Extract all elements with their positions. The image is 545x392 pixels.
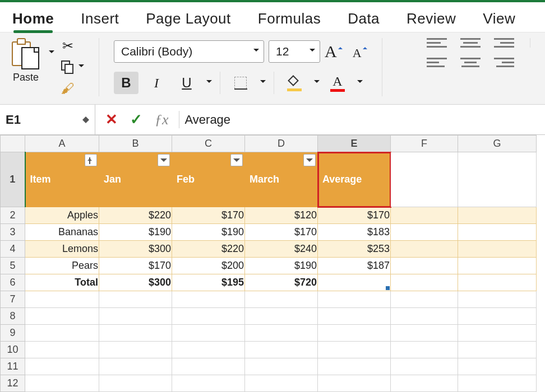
cell-E4[interactable]: $253 — [318, 241, 391, 258]
paste-button[interactable] — [10, 38, 41, 69]
cell-F12[interactable] — [391, 375, 458, 392]
font-name-combo[interactable]: Calibri (Body) — [114, 40, 264, 63]
cell-E8[interactable] — [318, 308, 391, 325]
col-header-C[interactable]: C — [172, 136, 245, 152]
confirm-edit-button[interactable]: ✓ — [130, 111, 142, 128]
row-header-1[interactable]: 1 — [1, 152, 25, 207]
cell-G1[interactable] — [458, 152, 537, 207]
cell-B7[interactable] — [99, 291, 172, 308]
cell-C7[interactable] — [172, 291, 245, 308]
cell-C2[interactable]: $170 — [172, 207, 245, 224]
cut-button[interactable]: ✂ — [60, 38, 76, 54]
cell-F9[interactable] — [391, 325, 458, 342]
cell-B6[interactable]: $300 — [99, 274, 172, 291]
tab-home[interactable]: Home — [12, 10, 54, 32]
col-header-G[interactable]: G — [458, 136, 537, 152]
underline-button[interactable]: U — [174, 72, 199, 94]
cell-B1[interactable]: Jan — [99, 152, 172, 207]
cell-D9[interactable] — [245, 325, 318, 342]
cell-D11[interactable] — [245, 358, 318, 375]
tab-page-layout[interactable]: Page Layout — [146, 10, 231, 32]
italic-button[interactable]: I — [144, 72, 169, 94]
cell-B11[interactable] — [99, 358, 172, 375]
cell-A2[interactable]: Apples — [25, 207, 99, 224]
cell-A12[interactable] — [25, 375, 99, 392]
cell-E7[interactable] — [318, 291, 391, 308]
align-left-button[interactable] — [427, 58, 447, 67]
cell-C12[interactable] — [172, 375, 245, 392]
cell-G10[interactable] — [458, 342, 537, 358]
insert-function-button[interactable]: ƒx — [155, 111, 169, 128]
cell-B2[interactable]: $220 — [99, 207, 172, 224]
cell-B8[interactable] — [99, 308, 172, 325]
cell-E3[interactable]: $183 — [318, 224, 391, 241]
cell-G2[interactable] — [458, 207, 537, 224]
filter-button[interactable] — [158, 154, 170, 166]
font-color-button[interactable]: A — [325, 72, 350, 94]
cell-D6[interactable]: $720 — [245, 274, 318, 291]
cell-E9[interactable] — [318, 325, 391, 342]
col-header-F[interactable]: F — [391, 136, 458, 152]
tab-data[interactable]: Data — [348, 10, 380, 32]
cell-F2[interactable] — [391, 207, 458, 224]
tab-formulas[interactable]: Formulas — [258, 10, 321, 32]
font-color-dropdown[interactable] — [357, 80, 363, 86]
select-all-corner[interactable] — [1, 136, 25, 152]
cell-B10[interactable] — [99, 342, 172, 358]
align-center-button[interactable] — [460, 58, 481, 67]
filter-button[interactable] — [230, 154, 243, 166]
filter-sort-button[interactable] — [85, 154, 97, 166]
cell-C6[interactable]: $195 — [172, 274, 245, 291]
cell-G12[interactable] — [458, 375, 537, 392]
cell-E12[interactable] — [318, 375, 391, 392]
cell-A10[interactable] — [25, 342, 99, 358]
borders-button[interactable] — [228, 72, 253, 94]
name-box[interactable]: E1 — [0, 105, 95, 134]
filter-button[interactable] — [303, 154, 316, 166]
cell-C11[interactable] — [172, 358, 245, 375]
underline-dropdown[interactable] — [206, 80, 212, 86]
row-header-11[interactable]: 11 — [1, 358, 25, 375]
cell-A4[interactable]: Lemons — [25, 241, 99, 258]
increase-font-button[interactable]: A — [325, 42, 343, 61]
cell-A6[interactable]: Total — [25, 274, 99, 291]
row-header-12[interactable]: 12 — [1, 375, 25, 392]
tab-view[interactable]: View — [483, 10, 515, 32]
borders-dropdown[interactable] — [260, 80, 266, 86]
cell-F8[interactable] — [391, 308, 458, 325]
cell-C3[interactable]: $190 — [172, 224, 245, 241]
cell-F10[interactable] — [391, 342, 458, 358]
cell-F11[interactable] — [391, 358, 458, 375]
format-painter-button[interactable]: 🖌 — [60, 81, 76, 96]
cell-E2[interactable]: $170 — [318, 207, 391, 224]
copy-dropdown[interactable] — [78, 64, 84, 70]
row-header-8[interactable]: 8 — [1, 308, 25, 325]
col-header-D[interactable]: D — [245, 136, 318, 152]
row-header-2[interactable]: 2 — [1, 207, 25, 224]
cell-A8[interactable] — [25, 308, 99, 325]
cell-A1[interactable]: Item — [25, 152, 99, 207]
cell-A9[interactable] — [25, 325, 99, 342]
align-bottom-button[interactable] — [494, 38, 514, 48]
cell-E1[interactable]: Average — [318, 152, 391, 207]
tab-insert[interactable]: Insert — [81, 10, 119, 32]
fill-color-dropdown[interactable] — [314, 80, 320, 86]
name-box-spinner[interactable] — [82, 113, 89, 127]
cell-A3[interactable]: Bananas — [25, 224, 99, 241]
cell-C5[interactable]: $200 — [172, 258, 245, 274]
cell-B4[interactable]: $300 — [99, 241, 172, 258]
cell-D3[interactable]: $170 — [245, 224, 318, 241]
tab-review[interactable]: Review — [407, 10, 456, 32]
cell-D12[interactable] — [245, 375, 318, 392]
col-header-E[interactable]: E — [318, 136, 391, 152]
cell-E11[interactable] — [318, 358, 391, 375]
cell-F3[interactable] — [391, 224, 458, 241]
cell-D4[interactable]: $240 — [245, 241, 318, 258]
align-right-button[interactable] — [494, 58, 514, 67]
cell-E6[interactable] — [318, 274, 391, 291]
formula-input[interactable]: Average — [179, 113, 231, 127]
row-header-10[interactable]: 10 — [1, 342, 25, 358]
cell-G8[interactable] — [458, 308, 537, 325]
cell-B3[interactable]: $190 — [99, 224, 172, 241]
cell-G3[interactable] — [458, 224, 537, 241]
